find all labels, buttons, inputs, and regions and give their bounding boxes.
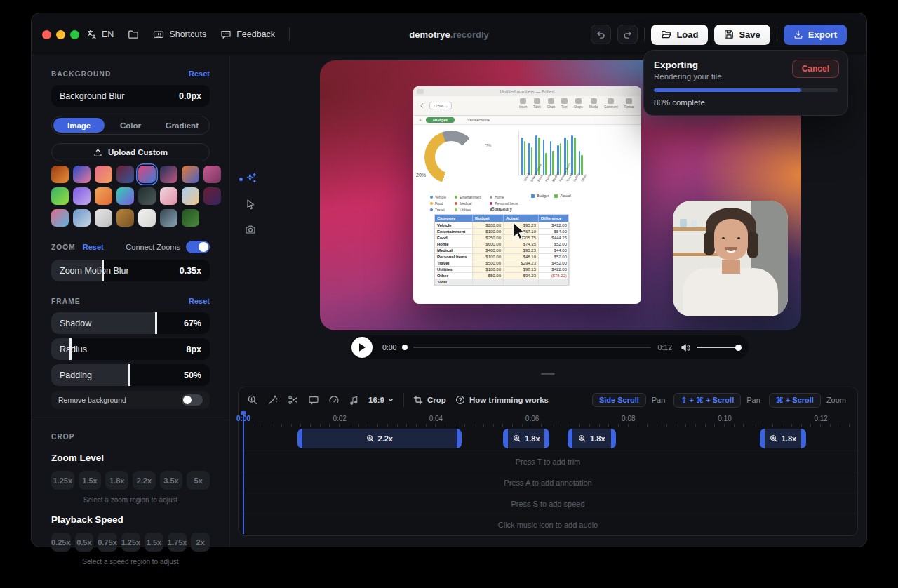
background-thumbnail[interactable] <box>182 209 199 227</box>
clip-left-handle[interactable] <box>503 429 508 448</box>
playback-speed-option[interactable]: 2x <box>191 533 210 552</box>
background-thumbnail[interactable] <box>51 187 69 205</box>
numbers-toolbar-item[interactable]: Comment <box>604 98 618 109</box>
annotation-track[interactable]: Press A to add annotation <box>239 472 857 493</box>
scroll-legend-keys[interactable]: ⌘ + Scroll <box>769 393 821 408</box>
clip-left-handle[interactable] <box>568 429 572 448</box>
trim-track[interactable]: Press T to add trim <box>239 450 857 472</box>
numbers-toolbar-item[interactable]: Insert <box>519 98 527 109</box>
ai-zooms-tool-button[interactable] <box>245 172 257 185</box>
numbers-toolbar-item[interactable]: Shape <box>574 98 583 109</box>
sheet-tab[interactable]: Budget <box>426 117 455 123</box>
shadow-slider[interactable]: Shadow 67% <box>51 312 210 334</box>
radius-slider[interactable]: Radius 8px <box>51 338 210 360</box>
clip-left-handle[interactable] <box>297 429 302 448</box>
zoom-clip-body[interactable]: 1.8x <box>572 429 611 448</box>
zoom-motion-blur-slider[interactable]: Zoom Motion Blur 0.35x <box>51 260 210 281</box>
camera-tool-button[interactable] <box>245 224 256 235</box>
zoom-reset-link[interactable]: Reset <box>83 243 104 251</box>
background-thumbnail[interactable] <box>73 209 91 227</box>
background-tab-gradient[interactable]: Gradient <box>156 118 208 133</box>
background-thumbnail[interactable] <box>116 209 134 227</box>
playhead[interactable] <box>243 413 244 534</box>
background-blur-slider[interactable]: Background Blur 0.0px <box>51 85 210 107</box>
timeline-ruler[interactable]: 0:000:020:040:060:080:100:12 <box>239 413 857 427</box>
clip-right-handle[interactable] <box>611 429 616 448</box>
background-thumbnail[interactable] <box>51 166 69 183</box>
background-thumbnail[interactable] <box>203 187 221 205</box>
crop-button[interactable]: Crop <box>413 395 446 405</box>
shortcuts-button[interactable]: Shortcuts <box>153 29 206 40</box>
zoom-clip-body[interactable]: 1.8x <box>765 429 801 448</box>
background-thumbnail[interactable] <box>182 166 199 183</box>
zoom-clip-body[interactable]: 2.2x <box>302 429 457 448</box>
seek-bar[interactable] <box>413 347 650 348</box>
cancel-export-button[interactable]: Cancel <box>792 60 839 78</box>
volume-handle[interactable] <box>735 345 742 351</box>
numbers-toolbar-item[interactable]: Media <box>589 98 598 109</box>
clip-left-handle[interactable] <box>760 429 765 448</box>
frame-reset-link[interactable]: Reset <box>189 297 210 305</box>
background-thumbnail[interactable] <box>95 187 112 205</box>
load-button[interactable]: Load <box>651 25 708 45</box>
numbers-toolbar-item[interactable]: Table <box>533 98 541 109</box>
redo-button[interactable] <box>617 25 638 44</box>
background-thumbnail[interactable] <box>95 166 112 183</box>
zoom-clip-body[interactable]: 1.8x <box>508 429 544 448</box>
music-button[interactable] <box>349 395 359 406</box>
background-thumbnail[interactable] <box>160 209 177 227</box>
numbers-toolbar-item[interactable]: Chart <box>547 98 555 109</box>
language-button[interactable]: EN <box>86 29 114 40</box>
scrubber-handle[interactable] <box>402 345 408 350</box>
zoom-level-option[interactable]: 5x <box>187 471 210 490</box>
numbers-toolbar-item[interactable]: Format <box>624 98 634 109</box>
scroll-legend-keys[interactable]: Side Scroll <box>592 393 646 407</box>
feedback-button[interactable]: Feedback <box>220 29 275 40</box>
background-thumbnail[interactable] <box>203 166 221 183</box>
annotation-button[interactable] <box>308 394 319 406</box>
how-trimming-works-button[interactable]: How trimming works <box>455 395 549 405</box>
background-thumbnail[interactable] <box>160 166 177 183</box>
playback-speed-option[interactable]: 0.25x <box>51 533 71 552</box>
cursor-tool-button[interactable] <box>245 199 256 210</box>
zoom-track[interactable]: 2.2x1.8x1.8x1.8x <box>239 427 857 450</box>
zoom-clip[interactable]: 2.2x <box>297 429 462 448</box>
export-button[interactable]: Export <box>784 25 847 45</box>
background-reset-link[interactable]: Reset <box>189 69 210 78</box>
background-thumbnail[interactable] <box>138 209 156 227</box>
background-tab-image[interactable]: Image <box>53 118 105 133</box>
zoom-level-option[interactable]: 1.25x <box>51 471 74 490</box>
aspect-ratio-dropdown[interactable]: 16:9 <box>368 396 394 404</box>
save-button[interactable]: Save <box>714 25 770 45</box>
sheet-tab[interactable]: Transactions <box>459 117 497 123</box>
background-thumbnail[interactable] <box>116 166 134 183</box>
background-thumbnail[interactable] <box>138 166 156 183</box>
zoom-clip[interactable]: 1.8x <box>760 429 806 448</box>
background-thumbnail[interactable] <box>182 187 199 205</box>
background-thumbnail[interactable] <box>51 209 69 227</box>
background-thumbnail[interactable] <box>116 187 134 205</box>
playback-speed-option[interactable]: 1.75x <box>168 533 187 552</box>
zoom-level-option[interactable]: 2.2x <box>133 471 156 490</box>
auto-zoom-wand-button[interactable] <box>267 394 279 406</box>
volume-slider[interactable] <box>697 347 739 348</box>
zoom-window-button[interactable] <box>70 30 79 39</box>
undo-button[interactable] <box>591 25 611 44</box>
background-thumbnail[interactable] <box>160 187 177 205</box>
open-project-button[interactable] <box>128 29 139 40</box>
background-thumbnail[interactable] <box>138 187 156 205</box>
playback-speed-option[interactable]: 1.5x <box>145 533 163 552</box>
panel-resize-handle[interactable] <box>541 373 555 375</box>
scroll-legend-keys[interactable]: ⇧ + ⌘ + Scroll <box>674 393 741 408</box>
background-thumbnail[interactable] <box>73 166 91 183</box>
audio-track[interactable]: Click music icon to add audio <box>239 514 857 535</box>
clip-right-handle[interactable] <box>457 429 462 448</box>
zoom-level-option[interactable]: 1.5x <box>79 471 102 490</box>
background-tab-color[interactable]: Color <box>105 118 156 133</box>
zoom-clip[interactable]: 1.8x <box>568 429 616 448</box>
numbers-toolbar-item[interactable]: Text <box>561 98 568 109</box>
clip-right-handle[interactable] <box>544 429 549 448</box>
playback-speed-option[interactable]: 0.75x <box>98 533 117 552</box>
cut-button[interactable] <box>288 394 299 406</box>
zoom-level-option[interactable]: 3.5x <box>160 471 183 490</box>
